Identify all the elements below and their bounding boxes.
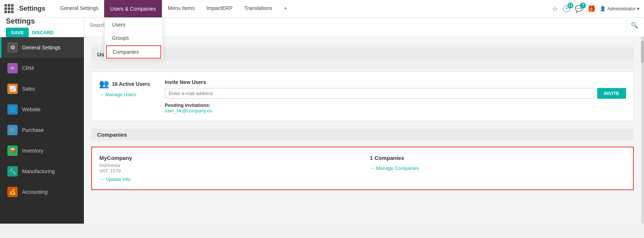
- company-right-panel: 1 Companies Manage Companies: [370, 155, 626, 171]
- accounting-icon: 💰: [7, 187, 18, 197]
- sidebar-label-website: Website: [22, 106, 40, 112]
- search-input[interactable]: [90, 22, 631, 28]
- content-area: Users 👥 16 Active Users Manage Users Inv…: [84, 37, 641, 224]
- save-button[interactable]: SAVE: [6, 28, 29, 38]
- sidebar-label-manufacturing: Manufacturing: [22, 168, 55, 174]
- companies-count: 1 Companies: [370, 155, 626, 161]
- nav-general-settings[interactable]: General Settings: [54, 0, 104, 17]
- users-section-content: 👥 16 Active Users Manage Users Invite Ne…: [99, 79, 626, 113]
- sidebar-item-accounting[interactable]: 💰 Accounting: [0, 182, 84, 202]
- manage-users-link[interactable]: Manage Users: [99, 92, 150, 97]
- app-brand: Settings: [19, 5, 45, 13]
- admin-avatar-icon: 👤: [600, 6, 606, 11]
- sidebar-item-website[interactable]: 🌐 Website: [0, 99, 84, 120]
- companies-section-content: MyCompany Indonesia VAT: 1579 Update Inf…: [99, 155, 626, 182]
- top-nav-right: ☆ 🕐 11 💬 7 🎁 👤 Administrator ▾: [552, 5, 640, 13]
- users-left-panel: 👥 16 Active Users Manage Users: [99, 79, 150, 97]
- dropdown-companies[interactable]: Companies: [106, 45, 161, 59]
- sales-icon: 📈: [7, 84, 18, 94]
- purchase-icon: 🛒: [7, 125, 18, 135]
- users-group-icon: 👥: [99, 79, 109, 89]
- search-icon[interactable]: 🔍: [631, 22, 638, 29]
- top-navigation: Settings General Settings Users & Compan…: [0, 0, 644, 18]
- company-left-panel: MyCompany Indonesia VAT: 1579 Update Inf…: [99, 155, 355, 182]
- users-section-box: 👥 16 Active Users Manage Users Invite Ne…: [91, 71, 634, 121]
- dropdown-groups[interactable]: Groups: [105, 31, 163, 45]
- grid-icon: [4, 4, 15, 13]
- general-settings-icon: ⚙: [7, 42, 18, 53]
- app-grid-button[interactable]: [4, 4, 15, 13]
- users-right-panel: Invite New Users INVITE Pending Invitati…: [165, 79, 626, 113]
- manage-companies-link[interactable]: Manage Companies: [370, 165, 626, 171]
- sidebar-label-general: General Settings: [22, 45, 60, 50]
- manufacturing-icon: 🔧: [7, 166, 18, 176]
- chat-icon-button[interactable]: 💬 7: [575, 5, 583, 13]
- top-nav-menu: General Settings Users & Companies Users…: [54, 0, 552, 17]
- sidebar-item-manufacturing[interactable]: 🔧 Manufacturing: [0, 161, 84, 182]
- settings-title: Settings: [6, 17, 72, 25]
- company-name: MyCompany: [99, 155, 355, 161]
- users-section-title: Users: [91, 48, 634, 60]
- star-icon-button[interactable]: ☆: [552, 5, 558, 13]
- pending-label: Pending Invitations:: [165, 102, 626, 108]
- update-info-link[interactable]: Update Info: [99, 176, 355, 182]
- active-users-count: 👥 16 Active Users: [99, 79, 150, 89]
- dropdown-users[interactable]: Users: [105, 18, 163, 31]
- companies-section-box: MyCompany Indonesia VAT: 1579 Update Inf…: [91, 147, 634, 190]
- users-companies-dropdown: Users Groups Companies: [104, 18, 163, 60]
- admin-name: Administrator: [607, 6, 636, 11]
- nav-plus[interactable]: +: [278, 0, 293, 17]
- clock-icon-button[interactable]: 🕐 11: [562, 5, 570, 13]
- nav-translations[interactable]: Translations: [238, 0, 278, 17]
- sidebar: ⚙ General Settings 👁 CRM 📈 Sales 🌐 Websi…: [0, 37, 84, 224]
- nav-users-companies-wrapper: Users & Companies Users Groups Companies: [104, 0, 162, 17]
- scrollbar-thumb[interactable]: [641, 41, 644, 63]
- clock-badge: 11: [567, 3, 573, 8]
- sidebar-label-sales: Sales: [22, 86, 35, 92]
- sidebar-label-accounting: Accounting: [22, 189, 47, 195]
- sidebar-label-crm: CRM: [22, 65, 34, 71]
- invite-label: Invite New Users: [165, 79, 626, 85]
- nav-menu-items[interactable]: Menu Items: [162, 0, 201, 17]
- sidebar-item-inventory[interactable]: 📦 Inventory: [0, 140, 84, 161]
- sidebar-item-purchase[interactable]: 🛒 Purchase: [0, 120, 84, 140]
- sidebar-item-sales[interactable]: 📈 Sales: [0, 78, 84, 99]
- chat-badge: 7: [580, 3, 586, 8]
- nav-users-companies[interactable]: Users & Companies: [104, 0, 162, 17]
- sidebar-item-crm[interactable]: 👁 CRM: [0, 58, 84, 78]
- sidebar-item-general-settings[interactable]: ⚙ General Settings: [0, 37, 84, 58]
- website-icon: 🌐: [7, 104, 18, 115]
- invite-email-input[interactable]: [165, 88, 594, 99]
- active-users-text: 16 Active Users: [112, 81, 150, 87]
- company-country: Indonesia: [99, 162, 355, 168]
- search-bar: 🔍: [84, 18, 644, 32]
- inventory-icon: 📦: [7, 146, 18, 156]
- gift-icon-button[interactable]: 🎁: [587, 5, 595, 13]
- sidebar-label-purchase: Purchase: [22, 127, 44, 133]
- settings-header: Settings SAVE DISCARD: [0, 18, 84, 37]
- admin-menu[interactable]: 👤 Administrator ▾: [600, 6, 640, 11]
- invite-row: INVITE: [165, 88, 626, 99]
- crm-icon: 👁: [7, 63, 18, 73]
- scrollbar[interactable]: [641, 37, 644, 224]
- sidebar-label-inventory: Inventory: [22, 148, 43, 154]
- admin-chevron-icon: ▾: [637, 6, 640, 11]
- companies-section-title: Companies: [91, 129, 634, 141]
- invite-button[interactable]: INVITE: [597, 88, 626, 99]
- pending-email: user_hk@company.co: [165, 108, 626, 113]
- nav-impacterp[interactable]: ImpactERP: [201, 0, 238, 17]
- main-layout: ⚙ General Settings 👁 CRM 📈 Sales 🌐 Websi…: [0, 37, 644, 224]
- discard-button[interactable]: DISCARD: [32, 30, 53, 35]
- company-vat: VAT: 1579: [99, 168, 355, 174]
